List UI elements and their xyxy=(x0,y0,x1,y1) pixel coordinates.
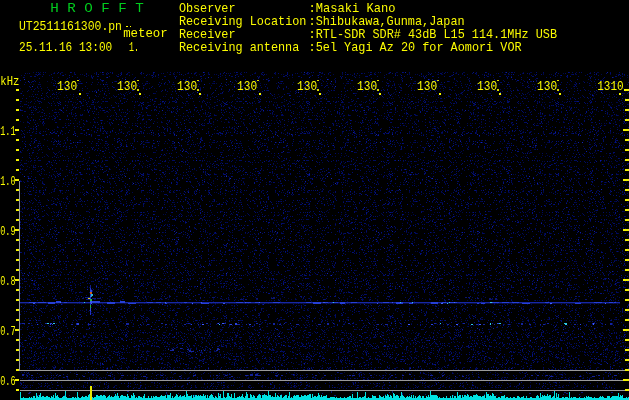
svg-text:1.0: 1.0 xyxy=(0,174,15,189)
svg-text:25.11.16 13:00: 25.11.16 13:00 xyxy=(19,41,112,55)
svg-text:Receiving Location: Receiving Location xyxy=(179,15,307,29)
svg-text::Shibukawa,Gunma,Japan: :Shibukawa,Gunma,Japan xyxy=(309,15,465,29)
svg-text:130: 130 xyxy=(357,79,377,94)
svg-text:0.7: 0.7 xyxy=(0,324,15,339)
svg-text:130: 130 xyxy=(57,79,77,94)
svg-text:Observer: Observer xyxy=(179,2,236,16)
svg-text::RTL-SDR SDR# 43dB L15 114.1MH: :RTL-SDR SDR# 43dB L15 114.1MHz USB xyxy=(309,28,558,42)
svg-text:0.6: 0.6 xyxy=(0,374,15,389)
svg-text::Masaki Kano: :Masaki Kano xyxy=(309,2,396,16)
svg-text:130: 130 xyxy=(417,79,437,94)
svg-text:1.: 1. xyxy=(129,41,139,55)
svg-text:1.1: 1.1 xyxy=(0,124,16,139)
svg-text:Receiving antenna: Receiving antenna xyxy=(179,41,300,55)
svg-text:130: 130 xyxy=(477,79,497,94)
svg-text:130: 130 xyxy=(297,79,317,94)
svg-text:130: 130 xyxy=(117,79,137,94)
svg-text:130: 130 xyxy=(537,79,557,94)
svg-text:Receiver: Receiver xyxy=(179,28,236,42)
svg-text:meteor: meteor xyxy=(123,27,168,41)
svg-text:130: 130 xyxy=(237,79,257,94)
svg-text:H R O F F T: H R O F F T xyxy=(50,1,144,16)
svg-text:kHz: kHz xyxy=(0,74,19,89)
svg-text:0.8: 0.8 xyxy=(0,274,15,289)
svg-text:130: 130 xyxy=(177,79,197,94)
svg-text::5el Yagi Az 20 for Aomori VOR: :5el Yagi Az 20 for Aomori VOR xyxy=(309,41,522,55)
svg-text:0.9: 0.9 xyxy=(0,224,15,239)
svg-text:UT2511161300.pn: UT2511161300.pn xyxy=(19,20,122,34)
svg-text:1310: 1310 xyxy=(597,79,623,94)
